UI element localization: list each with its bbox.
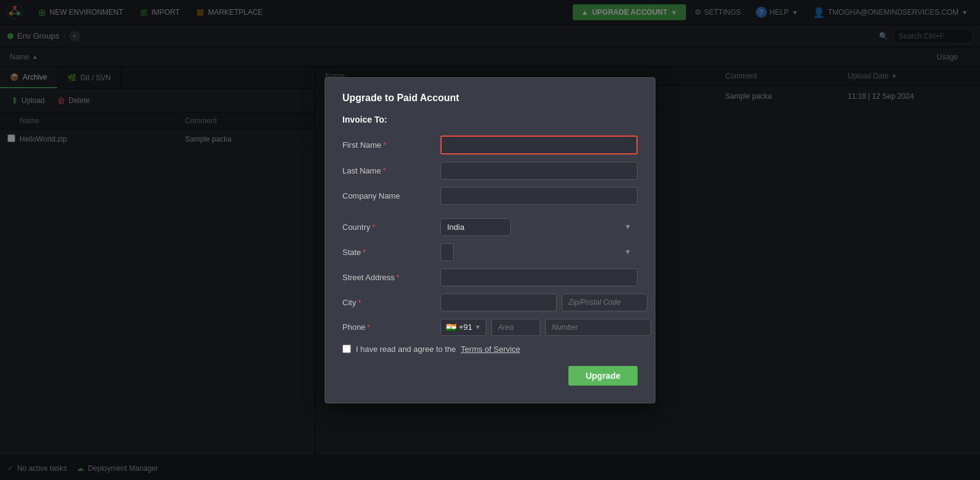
phone-number-input[interactable] bbox=[545, 319, 651, 336]
state-select-wrapper: ▼ bbox=[440, 243, 638, 261]
upgrade-modal: Upgrade to Paid Account Invoice To: Firs… bbox=[325, 77, 655, 403]
street-input[interactable] bbox=[440, 269, 638, 286]
modal-overlay[interactable]: Upgrade to Paid Account Invoice To: Firs… bbox=[0, 0, 980, 480]
city-row: City* bbox=[342, 294, 638, 311]
modal-footer: Upgrade bbox=[342, 366, 638, 386]
invoice-to-section: Invoice To: bbox=[342, 115, 638, 124]
tos-checkbox[interactable] bbox=[342, 345, 351, 353]
company-name-label: Company Name bbox=[342, 191, 440, 200]
modal-title: Upgrade to Paid Account bbox=[342, 93, 638, 104]
first-name-row: First Name* bbox=[342, 135, 638, 154]
phone-row: Phone* 🇮🇳 +91 ▼ bbox=[342, 319, 638, 336]
zip-input[interactable] bbox=[562, 294, 647, 311]
country-label: Country* bbox=[342, 223, 440, 232]
country-chevron-icon: ▼ bbox=[624, 223, 631, 231]
country-select-wrapper: India United States United Kingdom Germa… bbox=[440, 218, 638, 236]
state-row: State* ▼ bbox=[342, 243, 638, 261]
upgrade-submit-button[interactable]: Upgrade bbox=[568, 366, 638, 386]
tos-link[interactable]: Terms of Service bbox=[461, 345, 520, 354]
country-row: Country* India United States United King… bbox=[342, 218, 638, 236]
country-select[interactable]: India United States United Kingdom Germa… bbox=[440, 218, 511, 236]
state-chevron-icon: ▼ bbox=[624, 248, 631, 256]
last-name-input[interactable] bbox=[440, 162, 638, 180]
tos-row: I have read and agree to the Terms of Se… bbox=[342, 345, 638, 354]
city-zip-container bbox=[440, 294, 647, 311]
last-name-label: Last Name* bbox=[342, 166, 440, 175]
phone-country-selector[interactable]: 🇮🇳 +91 ▼ bbox=[440, 319, 486, 336]
company-name-row: Company Name bbox=[342, 187, 638, 205]
phone-area-input[interactable] bbox=[491, 319, 540, 336]
company-name-input[interactable] bbox=[440, 187, 638, 205]
street-label: Street Address* bbox=[342, 273, 440, 282]
tos-text: I have read and agree to the bbox=[356, 345, 456, 354]
first-name-label: First Name* bbox=[342, 140, 440, 150]
india-flag-icon: 🇮🇳 bbox=[446, 322, 456, 332]
state-select[interactable] bbox=[440, 243, 454, 261]
last-name-row: Last Name* bbox=[342, 162, 638, 180]
phone-label: Phone* bbox=[342, 322, 440, 332]
state-label: State* bbox=[342, 248, 440, 257]
street-row: Street Address* bbox=[342, 269, 638, 286]
city-label: City* bbox=[342, 298, 440, 307]
first-name-input[interactable] bbox=[440, 135, 638, 154]
city-input[interactable] bbox=[440, 294, 557, 311]
phone-country-code: +91 bbox=[459, 322, 472, 332]
phone-chevron-icon: ▼ bbox=[475, 324, 481, 330]
phone-container: 🇮🇳 +91 ▼ bbox=[440, 319, 651, 336]
